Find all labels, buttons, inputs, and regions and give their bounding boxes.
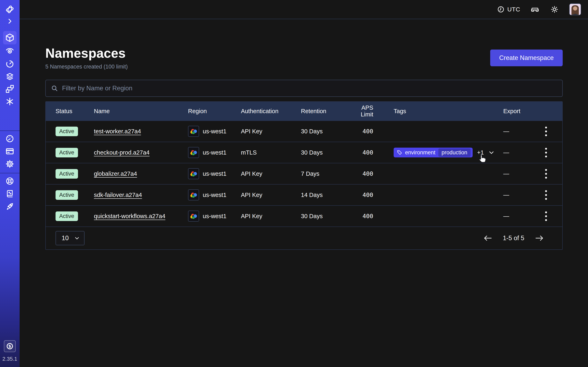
status-badge: Active: [56, 127, 78, 136]
sidebar-item-deployments[interactable]: [5, 71, 15, 81]
labs-toggle-button[interactable]: [530, 4, 540, 14]
status-badge: Active: [56, 211, 78, 221]
col-export: Export: [497, 108, 530, 115]
gear-icon: [5, 159, 14, 168]
dollar-seal-icon: $: [6, 342, 14, 350]
asterisk-icon: [5, 97, 14, 106]
app-window: $ 2.35.1 UTC: [0, 0, 588, 367]
page-size-select[interactable]: 10: [56, 231, 85, 245]
region-label: us-west1: [203, 192, 226, 198]
book-sparkles-icon: [6, 189, 14, 198]
filter-bar: [45, 80, 563, 97]
svg-text:$: $: [8, 344, 11, 349]
retention-label: 14 Days: [301, 192, 348, 198]
gauge-icon: [5, 134, 14, 143]
sidebar-item-support[interactable]: [5, 176, 15, 186]
row-menu-button[interactable]: [540, 145, 552, 160]
gcp-cloud-icon: [188, 126, 199, 137]
plan-badge-button[interactable]: $: [4, 340, 16, 352]
sidebar-divider: [0, 173, 20, 173]
prev-page-button[interactable]: [483, 235, 492, 242]
page-subtitle: 5 Namespaces created (100 limit): [45, 64, 128, 70]
col-aps-limit: APS Limit: [348, 104, 383, 118]
export-value: —: [497, 170, 530, 177]
col-status: Status: [46, 108, 94, 115]
sidebar-item-get-started[interactable]: [5, 201, 15, 211]
row-menu-button[interactable]: [540, 188, 552, 202]
filter-input[interactable]: [62, 85, 557, 92]
temporal-logo-icon[interactable]: [5, 4, 15, 14]
page-title: Namespaces: [45, 46, 128, 61]
col-region: Region: [188, 108, 241, 115]
gcp-cloud-icon: [188, 189, 199, 200]
retention-label: 30 Days: [301, 128, 348, 135]
timezone-selector[interactable]: UTC: [497, 6, 520, 13]
topbar: UTC: [20, 0, 588, 19]
aps-limit-value: 400: [348, 213, 383, 220]
search-icon: [51, 85, 58, 92]
export-value: —: [497, 128, 530, 135]
table-header-row: Status Name Region Authentication Retent…: [46, 102, 562, 120]
namespace-link[interactable]: globalizer.a27a4: [94, 170, 137, 177]
theme-toggle-button[interactable]: [550, 4, 559, 14]
namespace-link[interactable]: checkout-prod.a27a4: [94, 149, 149, 156]
sidebar-item-namespaces[interactable]: [3, 31, 17, 44]
sidebar-item-docs[interactable]: [5, 189, 15, 199]
row-menu-button[interactable]: [540, 124, 552, 138]
pagination-range: 1-5 of 5: [503, 234, 524, 242]
sidebar-item-settings[interactable]: [5, 159, 15, 169]
layers-icon: [5, 72, 14, 81]
export-value: —: [497, 213, 530, 220]
sidebar-item-nexus[interactable]: [5, 97, 15, 106]
table-footer: 10 1-5 of 5: [46, 226, 562, 249]
export-value: —: [497, 149, 530, 156]
gcp-cloud-icon: [188, 168, 199, 179]
auth-label: API Key: [241, 128, 301, 135]
arrow-right-icon: [535, 235, 544, 242]
chevron-down-icon: [488, 150, 494, 156]
col-retention: Retention: [301, 108, 348, 115]
row-menu-button[interactable]: [540, 167, 552, 181]
aps-limit-value: 400: [348, 128, 383, 135]
sidebar-item-usage[interactable]: [5, 134, 15, 143]
sidebar: $ 2.35.1: [0, 0, 20, 367]
status-badge: Active: [56, 190, 78, 200]
namespace-link[interactable]: sdk-failover.a27a4: [94, 192, 142, 198]
aps-limit-value: 400: [348, 192, 383, 198]
page-size-value: 10: [62, 234, 69, 242]
gcp-cloud-icon: [188, 147, 199, 158]
namespaces-table: Status Name Region Authentication Retent…: [45, 101, 563, 250]
region-label: us-west1: [203, 170, 226, 177]
sidebar-item-schedules[interactable]: [5, 59, 15, 68]
eye-icon: [5, 47, 14, 55]
tag-chip[interactable]: environment production: [394, 148, 473, 157]
tags-expand-button[interactable]: [488, 150, 494, 156]
gcp-cloud-icon: [188, 211, 199, 222]
retention-label: 7 Days: [301, 170, 348, 177]
region-label: us-west1: [203, 149, 226, 156]
next-page-button[interactable]: [535, 235, 544, 242]
export-value: —: [497, 192, 530, 198]
auth-label: API Key: [241, 213, 301, 220]
chevron-down-icon: [74, 235, 80, 241]
table-row: Active sdk-failover.a27a4 us-west1 API K…: [46, 184, 562, 205]
sidebar-expand-chevron-icon[interactable]: [5, 16, 15, 26]
table-row: Active globalizer.a27a4 us-west1 API Key: [46, 163, 562, 184]
timer-icon: [5, 59, 14, 68]
create-namespace-button[interactable]: Create Namespace: [490, 50, 563, 66]
tag-icon: [397, 150, 402, 155]
sidebar-item-batch[interactable]: [5, 84, 15, 94]
sidebar-item-billing[interactable]: [5, 146, 15, 156]
namespace-link[interactable]: quickstart-workflows.a27a4: [94, 213, 165, 219]
user-avatar[interactable]: [569, 3, 581, 15]
tag-key: environment: [405, 150, 435, 156]
retention-label: 30 Days: [301, 213, 348, 220]
namespace-link[interactable]: test-worker.a27a4: [94, 128, 141, 134]
auth-label: mTLS: [241, 149, 301, 156]
table-row: Active checkout-prod.a27a4 us-west1 mTLS: [46, 142, 562, 163]
main-content: Namespaces 5 Namespaces created (100 lim…: [20, 20, 588, 250]
glasses-icon: [531, 5, 539, 14]
row-menu-button[interactable]: [540, 209, 552, 223]
sidebar-item-insights[interactable]: [5, 46, 15, 56]
retention-label: 30 Days: [301, 149, 348, 156]
